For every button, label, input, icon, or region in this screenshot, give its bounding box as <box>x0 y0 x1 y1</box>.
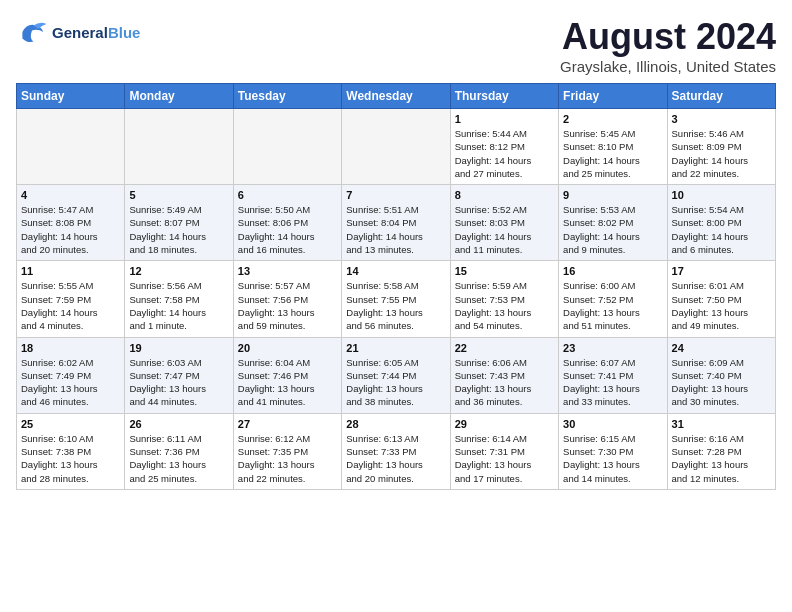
day-number: 1 <box>455 113 554 125</box>
calendar-cell: 27Sunrise: 6:12 AM Sunset: 7:35 PM Dayli… <box>233 413 341 489</box>
calendar-cell: 24Sunrise: 6:09 AM Sunset: 7:40 PM Dayli… <box>667 337 775 413</box>
calendar-cell <box>233 109 341 185</box>
day-info: Sunrise: 6:16 AM Sunset: 7:28 PM Dayligh… <box>672 432 771 485</box>
day-info: Sunrise: 5:50 AM Sunset: 8:06 PM Dayligh… <box>238 203 337 256</box>
weekday-header-saturday: Saturday <box>667 84 775 109</box>
calendar-cell: 17Sunrise: 6:01 AM Sunset: 7:50 PM Dayli… <box>667 261 775 337</box>
weekday-header-monday: Monday <box>125 84 233 109</box>
calendar-cell: 2Sunrise: 5:45 AM Sunset: 8:10 PM Daylig… <box>559 109 667 185</box>
day-info: Sunrise: 6:12 AM Sunset: 7:35 PM Dayligh… <box>238 432 337 485</box>
day-info: Sunrise: 6:01 AM Sunset: 7:50 PM Dayligh… <box>672 279 771 332</box>
day-number: 13 <box>238 265 337 277</box>
calendar-cell: 1Sunrise: 5:44 AM Sunset: 8:12 PM Daylig… <box>450 109 558 185</box>
day-info: Sunrise: 6:09 AM Sunset: 7:40 PM Dayligh… <box>672 356 771 409</box>
calendar-cell: 6Sunrise: 5:50 AM Sunset: 8:06 PM Daylig… <box>233 185 341 261</box>
day-info: Sunrise: 6:02 AM Sunset: 7:49 PM Dayligh… <box>21 356 120 409</box>
calendar-cell: 5Sunrise: 5:49 AM Sunset: 8:07 PM Daylig… <box>125 185 233 261</box>
calendar-cell: 13Sunrise: 5:57 AM Sunset: 7:56 PM Dayli… <box>233 261 341 337</box>
day-number: 18 <box>21 342 120 354</box>
day-number: 25 <box>21 418 120 430</box>
day-number: 24 <box>672 342 771 354</box>
day-number: 20 <box>238 342 337 354</box>
title-area: August 2024 Grayslake, Illinois, United … <box>560 16 776 75</box>
calendar-cell: 15Sunrise: 5:59 AM Sunset: 7:53 PM Dayli… <box>450 261 558 337</box>
day-number: 22 <box>455 342 554 354</box>
logo: GeneralBlue <box>16 16 140 48</box>
day-info: Sunrise: 5:49 AM Sunset: 8:07 PM Dayligh… <box>129 203 228 256</box>
day-number: 27 <box>238 418 337 430</box>
calendar-cell <box>125 109 233 185</box>
day-info: Sunrise: 6:11 AM Sunset: 7:36 PM Dayligh… <box>129 432 228 485</box>
day-number: 5 <box>129 189 228 201</box>
calendar-week-row: 1Sunrise: 5:44 AM Sunset: 8:12 PM Daylig… <box>17 109 776 185</box>
calendar-week-row: 25Sunrise: 6:10 AM Sunset: 7:38 PM Dayli… <box>17 413 776 489</box>
day-info: Sunrise: 6:04 AM Sunset: 7:46 PM Dayligh… <box>238 356 337 409</box>
day-number: 19 <box>129 342 228 354</box>
calendar-week-row: 18Sunrise: 6:02 AM Sunset: 7:49 PM Dayli… <box>17 337 776 413</box>
calendar-cell: 4Sunrise: 5:47 AM Sunset: 8:08 PM Daylig… <box>17 185 125 261</box>
calendar-cell: 9Sunrise: 5:53 AM Sunset: 8:02 PM Daylig… <box>559 185 667 261</box>
logo-text: GeneralBlue <box>52 24 140 41</box>
logo-icon <box>16 16 48 48</box>
weekday-header-tuesday: Tuesday <box>233 84 341 109</box>
day-info: Sunrise: 5:52 AM Sunset: 8:03 PM Dayligh… <box>455 203 554 256</box>
day-number: 9 <box>563 189 662 201</box>
calendar-cell: 22Sunrise: 6:06 AM Sunset: 7:43 PM Dayli… <box>450 337 558 413</box>
calendar-cell: 14Sunrise: 5:58 AM Sunset: 7:55 PM Dayli… <box>342 261 450 337</box>
day-number: 6 <box>238 189 337 201</box>
day-number: 4 <box>21 189 120 201</box>
day-info: Sunrise: 6:03 AM Sunset: 7:47 PM Dayligh… <box>129 356 228 409</box>
calendar-cell: 3Sunrise: 5:46 AM Sunset: 8:09 PM Daylig… <box>667 109 775 185</box>
day-number: 30 <box>563 418 662 430</box>
weekday-header-sunday: Sunday <box>17 84 125 109</box>
day-number: 3 <box>672 113 771 125</box>
day-number: 2 <box>563 113 662 125</box>
calendar-cell <box>342 109 450 185</box>
day-info: Sunrise: 6:06 AM Sunset: 7:43 PM Dayligh… <box>455 356 554 409</box>
day-info: Sunrise: 5:51 AM Sunset: 8:04 PM Dayligh… <box>346 203 445 256</box>
day-number: 11 <box>21 265 120 277</box>
day-number: 29 <box>455 418 554 430</box>
calendar-cell: 7Sunrise: 5:51 AM Sunset: 8:04 PM Daylig… <box>342 185 450 261</box>
calendar-cell: 23Sunrise: 6:07 AM Sunset: 7:41 PM Dayli… <box>559 337 667 413</box>
calendar-cell: 20Sunrise: 6:04 AM Sunset: 7:46 PM Dayli… <box>233 337 341 413</box>
day-info: Sunrise: 6:14 AM Sunset: 7:31 PM Dayligh… <box>455 432 554 485</box>
day-info: Sunrise: 5:58 AM Sunset: 7:55 PM Dayligh… <box>346 279 445 332</box>
day-info: Sunrise: 5:44 AM Sunset: 8:12 PM Dayligh… <box>455 127 554 180</box>
day-number: 26 <box>129 418 228 430</box>
calendar-week-row: 4Sunrise: 5:47 AM Sunset: 8:08 PM Daylig… <box>17 185 776 261</box>
day-info: Sunrise: 5:47 AM Sunset: 8:08 PM Dayligh… <box>21 203 120 256</box>
calendar-cell: 10Sunrise: 5:54 AM Sunset: 8:00 PM Dayli… <box>667 185 775 261</box>
calendar-week-row: 11Sunrise: 5:55 AM Sunset: 7:59 PM Dayli… <box>17 261 776 337</box>
calendar-title: August 2024 <box>560 16 776 58</box>
location-subtitle: Grayslake, Illinois, United States <box>560 58 776 75</box>
day-number: 14 <box>346 265 445 277</box>
day-info: Sunrise: 5:45 AM Sunset: 8:10 PM Dayligh… <box>563 127 662 180</box>
day-number: 10 <box>672 189 771 201</box>
day-info: Sunrise: 5:54 AM Sunset: 8:00 PM Dayligh… <box>672 203 771 256</box>
calendar-cell: 28Sunrise: 6:13 AM Sunset: 7:33 PM Dayli… <box>342 413 450 489</box>
calendar-cell: 31Sunrise: 6:16 AM Sunset: 7:28 PM Dayli… <box>667 413 775 489</box>
day-number: 12 <box>129 265 228 277</box>
calendar-table: SundayMondayTuesdayWednesdayThursdayFrid… <box>16 83 776 490</box>
day-number: 16 <box>563 265 662 277</box>
page-header: GeneralBlue August 2024 Grayslake, Illin… <box>16 16 776 75</box>
day-info: Sunrise: 5:55 AM Sunset: 7:59 PM Dayligh… <box>21 279 120 332</box>
day-number: 15 <box>455 265 554 277</box>
day-info: Sunrise: 5:59 AM Sunset: 7:53 PM Dayligh… <box>455 279 554 332</box>
weekday-header-wednesday: Wednesday <box>342 84 450 109</box>
day-info: Sunrise: 6:13 AM Sunset: 7:33 PM Dayligh… <box>346 432 445 485</box>
day-number: 21 <box>346 342 445 354</box>
day-info: Sunrise: 6:15 AM Sunset: 7:30 PM Dayligh… <box>563 432 662 485</box>
day-info: Sunrise: 5:57 AM Sunset: 7:56 PM Dayligh… <box>238 279 337 332</box>
calendar-cell: 18Sunrise: 6:02 AM Sunset: 7:49 PM Dayli… <box>17 337 125 413</box>
day-number: 23 <box>563 342 662 354</box>
day-info: Sunrise: 5:46 AM Sunset: 8:09 PM Dayligh… <box>672 127 771 180</box>
calendar-cell <box>17 109 125 185</box>
weekday-header-friday: Friday <box>559 84 667 109</box>
weekday-header-thursday: Thursday <box>450 84 558 109</box>
calendar-cell: 30Sunrise: 6:15 AM Sunset: 7:30 PM Dayli… <box>559 413 667 489</box>
day-number: 28 <box>346 418 445 430</box>
calendar-cell: 12Sunrise: 5:56 AM Sunset: 7:58 PM Dayli… <box>125 261 233 337</box>
weekday-header-row: SundayMondayTuesdayWednesdayThursdayFrid… <box>17 84 776 109</box>
